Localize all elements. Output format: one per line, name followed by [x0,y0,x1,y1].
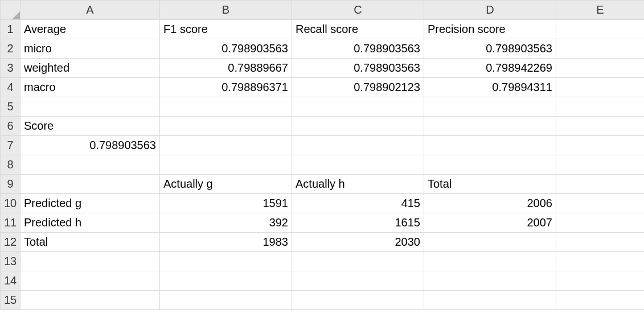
cell-B8[interactable] [160,155,292,175]
row-header-6[interactable]: 6 [1,117,20,136]
cell-C15[interactable] [292,291,424,310]
cell-D3[interactable]: 0.798942269 [424,59,556,78]
cell-C12[interactable]: 2030 [292,233,424,252]
cell-B5[interactable] [160,97,292,117]
cell-E12[interactable] [556,233,645,252]
cell-D9[interactable]: Total [424,175,556,194]
col-header-B[interactable]: B [160,1,292,20]
row-header-5[interactable]: 5 [1,97,20,117]
row-header-8[interactable]: 8 [1,155,20,175]
cell-A10[interactable]: Predicted g [20,194,160,213]
row-header-10[interactable]: 10 [1,194,20,213]
cell-D14[interactable] [424,271,556,291]
cell-C6[interactable] [292,117,424,136]
cell-D7[interactable] [424,136,556,155]
cell-E11[interactable] [556,213,645,233]
col-header-A[interactable]: A [20,1,160,20]
cell-C1[interactable]: Recall score [292,20,424,39]
select-all-corner[interactable] [1,1,20,20]
cell-B14[interactable] [160,271,292,291]
cell-E7[interactable] [556,136,645,155]
cell-A3[interactable]: weighted [20,59,160,78]
cell-E4[interactable] [556,78,645,97]
cell-B12[interactable]: 1983 [160,233,292,252]
cell-C8[interactable] [292,155,424,175]
spreadsheet-grid[interactable]: A B C D E 1 Average F1 score Recall scor… [0,0,644,310]
cell-E15[interactable] [556,291,645,310]
cell-B15[interactable] [160,291,292,310]
cell-D13[interactable] [424,252,556,271]
cell-E8[interactable] [556,155,645,175]
cell-C5[interactable] [292,97,424,117]
cell-D10[interactable]: 2006 [424,194,556,213]
cell-A6[interactable]: Score [20,117,160,136]
cell-E14[interactable] [556,271,645,291]
row-header-14[interactable]: 14 [1,271,20,291]
cell-B10[interactable]: 1591 [160,194,292,213]
cell-C9[interactable]: Actually h [292,175,424,194]
cell-C4[interactable]: 0.798902123 [292,78,424,97]
cell-D4[interactable]: 0.79894311 [424,78,556,97]
cell-E2[interactable] [556,39,645,59]
cell-C7[interactable] [292,136,424,155]
col-header-C[interactable]: C [292,1,424,20]
cell-D5[interactable] [424,97,556,117]
cell-A5[interactable] [20,97,160,117]
cell-A2[interactable]: micro [20,39,160,59]
cell-E10[interactable] [556,194,645,213]
cell-A13[interactable] [20,252,160,271]
cell-E9[interactable] [556,175,645,194]
row-header-15[interactable]: 15 [1,291,20,310]
cell-E1[interactable] [556,20,645,39]
row-header-7[interactable]: 7 [1,136,20,155]
cell-C14[interactable] [292,271,424,291]
cell-A7[interactable]: 0.798903563 [20,136,160,155]
cell-C2[interactable]: 0.798903563 [292,39,424,59]
cell-E6[interactable] [556,117,645,136]
cell-A4[interactable]: macro [20,78,160,97]
grid-body: 1 Average F1 score Recall score Precisio… [1,20,645,310]
cell-A8[interactable] [20,155,160,175]
row-header-2[interactable]: 2 [1,39,20,59]
row-header-11[interactable]: 11 [1,213,20,233]
cell-B2[interactable]: 0.798903563 [160,39,292,59]
cell-C10[interactable]: 415 [292,194,424,213]
col-header-E[interactable]: E [556,1,645,20]
row-5: 5 [1,97,645,117]
cell-C11[interactable]: 1615 [292,213,424,233]
row-header-13[interactable]: 13 [1,252,20,271]
cell-B6[interactable] [160,117,292,136]
cell-B13[interactable] [160,252,292,271]
row-15: 15 [1,291,645,310]
cell-B11[interactable]: 392 [160,213,292,233]
cell-B9[interactable]: Actually g [160,175,292,194]
cell-A12[interactable]: Total [20,233,160,252]
cell-E13[interactable] [556,252,645,271]
cell-D6[interactable] [424,117,556,136]
cell-C13[interactable] [292,252,424,271]
cell-B3[interactable]: 0.79889667 [160,59,292,78]
cell-D12[interactable] [424,233,556,252]
cell-D11[interactable]: 2007 [424,213,556,233]
row-header-4[interactable]: 4 [1,78,20,97]
row-header-12[interactable]: 12 [1,233,20,252]
cell-A11[interactable]: Predicted h [20,213,160,233]
cell-B7[interactable] [160,136,292,155]
cell-D2[interactable]: 0.798903563 [424,39,556,59]
col-header-D[interactable]: D [424,1,556,20]
row-header-1[interactable]: 1 [1,20,20,39]
cell-A9[interactable] [20,175,160,194]
cell-A15[interactable] [20,291,160,310]
cell-A1[interactable]: Average [20,20,160,39]
cell-A14[interactable] [20,271,160,291]
cell-B4[interactable]: 0.798896371 [160,78,292,97]
cell-E3[interactable] [556,59,645,78]
cell-E5[interactable] [556,97,645,117]
row-header-3[interactable]: 3 [1,59,20,78]
cell-D15[interactable] [424,291,556,310]
cell-C3[interactable]: 0.798903563 [292,59,424,78]
row-header-9[interactable]: 9 [1,175,20,194]
cell-B1[interactable]: F1 score [160,20,292,39]
cell-D1[interactable]: Precision score [424,20,556,39]
cell-D8[interactable] [424,155,556,175]
